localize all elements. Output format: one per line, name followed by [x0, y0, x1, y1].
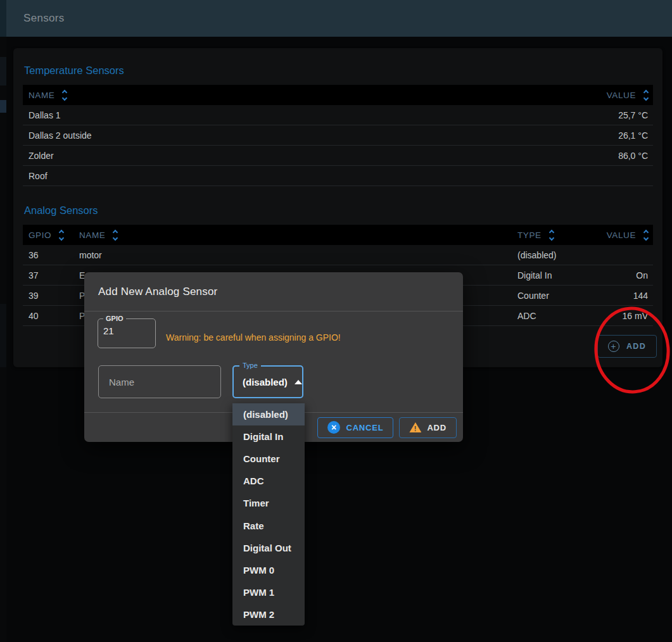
- sensor-type-cell: Digital In: [517, 270, 606, 280]
- dropdown-option[interactable]: Timer: [232, 492, 305, 514]
- dropdown-option[interactable]: PWM 2: [232, 603, 305, 626]
- column-header-name[interactable]: NAME: [79, 230, 517, 240]
- dropdown-option[interactable]: ADC: [232, 470, 305, 492]
- column-header-value[interactable]: VALUE: [580, 91, 653, 100]
- sensor-name-cell: motor: [79, 250, 517, 260]
- type-select-label: Type: [239, 362, 261, 369]
- sidebar-sliver-segment: [0, 100, 6, 113]
- temperature-table-header: NAME VALUE: [23, 85, 653, 105]
- dropdown-option[interactable]: Counter: [232, 448, 305, 470]
- sensor-name-cell: Dallas 1: [23, 110, 580, 120]
- type-select-value: (disabled): [243, 377, 288, 387]
- x-circle-icon: ×: [327, 421, 340, 434]
- gpio-warning-text: Warning: be careful when assigning a GPI…: [166, 332, 341, 343]
- sensor-type-cell: Counter: [517, 291, 606, 301]
- temperature-section-title: Temperature Sensors: [24, 65, 653, 77]
- dropdown-option[interactable]: Digital Out: [232, 537, 305, 559]
- gpio-field[interactable]: GPIO: [98, 315, 156, 348]
- name-input[interactable]: [98, 365, 221, 398]
- sensor-value-cell: 26,1 °C: [580, 130, 653, 141]
- sensor-value-cell: 16 mV: [606, 311, 653, 321]
- table-row[interactable]: 36 motor (disabled): [23, 245, 653, 265]
- type-dropdown-menu: (disabled) Digital In Counter ADC Timer …: [232, 403, 305, 626]
- app-bar: Sensors: [6, 0, 672, 37]
- sort-icon[interactable]: [60, 230, 63, 240]
- sensor-value-cell: 144: [606, 291, 653, 301]
- temperature-table-body: Dallas 1 25,7 °C Dallas 2 outside 26,1 °…: [23, 105, 653, 186]
- gpio-input[interactable]: [98, 322, 143, 336]
- sort-icon[interactable]: [550, 230, 554, 240]
- column-header-name[interactable]: NAME: [23, 91, 580, 100]
- page-title: Sensors: [23, 12, 64, 25]
- sensor-gpio-cell: 36: [23, 250, 79, 260]
- dropdown-option[interactable]: (disabled): [232, 403, 305, 425]
- add-analog-sensor-button[interactable]: + ADD: [597, 335, 657, 358]
- table-row[interactable]: Roof: [23, 166, 653, 186]
- dialog-title: Add New Analog Sensor: [98, 286, 218, 298]
- sidebar-sliver-segment: [0, 0, 6, 37]
- sensor-name-cell: Zolder: [23, 151, 580, 161]
- sidebar-sliver: [0, 0, 6, 642]
- dropdown-option[interactable]: Rate: [232, 514, 305, 536]
- sidebar-sliver-segment: [0, 304, 6, 367]
- table-row[interactable]: Dallas 2 outside 26,1 °C: [23, 125, 653, 146]
- dialog-add-button[interactable]: ADD: [399, 417, 457, 438]
- temperature-table: NAME VALUE Dallas 1 25,7 °C Dallas 2 out…: [23, 85, 653, 186]
- sensor-value-cell: On: [606, 270, 653, 280]
- sensor-gpio-cell: 40: [23, 311, 79, 321]
- type-select[interactable]: Type (disabled): [232, 365, 303, 398]
- table-row[interactable]: Zolder 86,0 °C: [23, 146, 653, 166]
- sensor-name-cell: Dallas 2 outside: [23, 130, 580, 141]
- sort-icon[interactable]: [644, 91, 648, 100]
- sensor-gpio-cell: 37: [23, 270, 79, 280]
- sensor-type-cell: ADC: [517, 311, 606, 321]
- sort-icon[interactable]: [644, 230, 648, 240]
- sidebar-sliver-segment: [0, 57, 6, 85]
- analog-section-title: Analog Sensors: [24, 205, 653, 217]
- caret-up-icon: [295, 380, 302, 384]
- dropdown-option[interactable]: Digital In: [232, 425, 305, 448]
- sensor-gpio-cell: 39: [23, 291, 79, 301]
- cancel-button[interactable]: × CANCEL: [317, 417, 393, 438]
- sort-icon[interactable]: [63, 91, 67, 100]
- sort-icon[interactable]: [113, 230, 117, 240]
- plus-circle-icon: +: [608, 341, 619, 352]
- sensor-value-cell: 86,0 °C: [580, 151, 653, 161]
- gpio-field-label: GPIO: [103, 315, 126, 322]
- dropdown-option[interactable]: PWM 0: [232, 559, 305, 581]
- table-row[interactable]: Dallas 1 25,7 °C: [23, 105, 653, 125]
- warning-triangle-icon: [409, 422, 421, 432]
- sensor-type-cell: (disabled): [517, 250, 606, 260]
- column-header-type[interactable]: TYPE: [517, 230, 606, 240]
- dialog-header: Add New Analog Sensor: [84, 272, 463, 312]
- sensor-name-cell: Roof: [23, 171, 580, 181]
- analog-table-header: GPIO NAME TYPE VALUE: [23, 225, 653, 245]
- sensor-value-cell: 25,7 °C: [580, 110, 653, 120]
- column-header-value[interactable]: VALUE: [606, 230, 653, 240]
- dropdown-option[interactable]: PWM 1: [232, 581, 305, 603]
- column-header-gpio[interactable]: GPIO: [23, 230, 79, 240]
